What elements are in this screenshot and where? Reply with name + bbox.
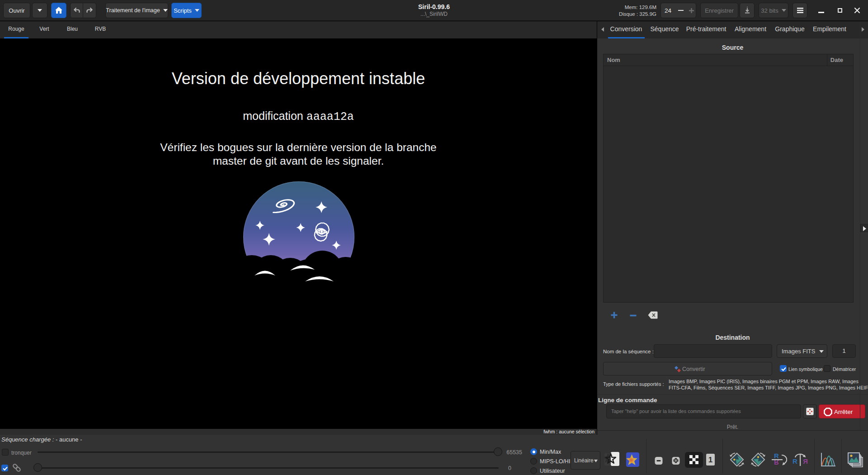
svg-text:R: R <box>774 452 779 460</box>
svg-text:R: R <box>803 457 808 465</box>
svg-text:1: 1 <box>708 456 712 464</box>
svg-text:R: R <box>793 457 797 465</box>
